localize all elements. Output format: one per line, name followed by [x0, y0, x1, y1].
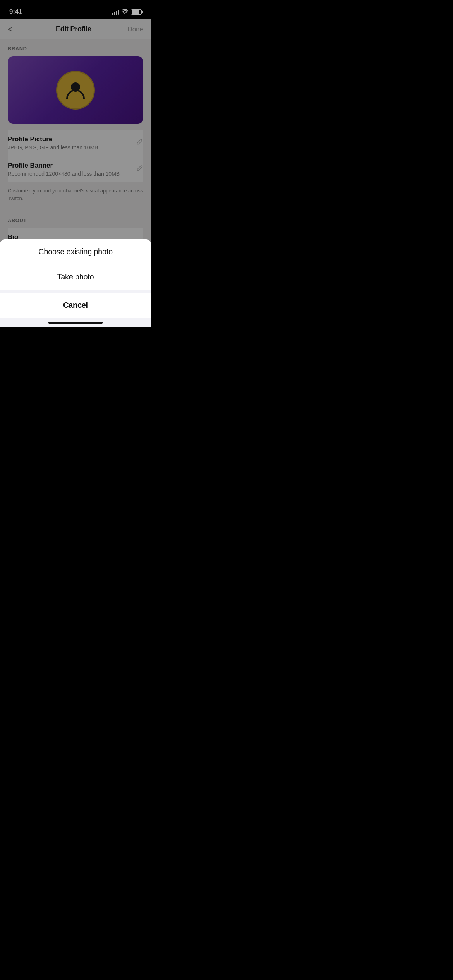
action-sheet-divider: [0, 290, 151, 293]
action-sheet: Choose existing photo Take photo Cancel: [0, 239, 151, 327]
cancel-button[interactable]: Cancel: [0, 293, 151, 318]
home-indicator: [0, 318, 151, 327]
home-bar: [48, 322, 103, 324]
choose-existing-photo-button[interactable]: Choose existing photo: [0, 239, 151, 264]
take-photo-button[interactable]: Take photo: [0, 264, 151, 290]
action-sheet-container: Choose existing photo Take photo Cancel: [0, 239, 151, 327]
